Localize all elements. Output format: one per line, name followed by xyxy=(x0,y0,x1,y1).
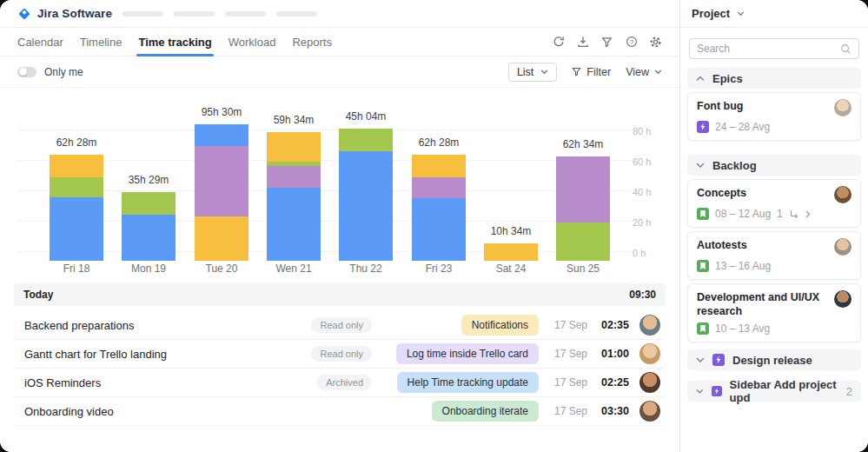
card-autotests[interactable]: Autotests13 – 16 Aug xyxy=(687,231,861,280)
avatar[interactable] xyxy=(834,238,851,256)
task-tag-chip[interactable]: Log time inside Trello card xyxy=(396,343,539,364)
top-header: Jira Software xyxy=(0,0,679,28)
task-logged-time: 03:30 xyxy=(591,405,629,417)
task-row-gantt-chart-for-trello-landing[interactable]: Gantt chart for Trello landingRead onlyL… xyxy=(14,340,666,369)
purple-segment xyxy=(267,166,321,188)
section-header-design-release[interactable]: Design release xyxy=(687,349,861,370)
chevron-up-icon xyxy=(696,76,705,82)
card-title: Font bug xyxy=(697,99,743,113)
card-font-bug[interactable]: Font bug24 – 28 Avg xyxy=(687,92,861,141)
chevron-down-icon xyxy=(696,163,705,169)
task-row-backend-preparations[interactable]: Backend preparationsRead onlyNotificatio… xyxy=(14,311,666,340)
green-segment xyxy=(50,177,103,197)
time-tracking-chart: 62h 28m35h 29m95h 30m59h 34m45h 04m62h 2… xyxy=(0,90,679,275)
tab-reports[interactable]: Reports xyxy=(292,36,332,49)
filter-button[interactable]: Filter xyxy=(572,66,611,78)
avatar[interactable] xyxy=(834,290,851,308)
avatar[interactable] xyxy=(639,372,660,393)
chevron-down-icon xyxy=(540,70,548,75)
task-tag-chip[interactable]: Help Time tracking update xyxy=(397,372,539,393)
chevron-down-icon xyxy=(696,389,704,395)
only-me-label: Only me xyxy=(44,66,83,78)
bar-tue-20[interactable] xyxy=(195,124,248,261)
blue-segment xyxy=(122,215,176,261)
filter-icon xyxy=(572,67,581,76)
bar-fri-23[interactable] xyxy=(412,155,466,261)
avatar[interactable] xyxy=(834,186,851,203)
epic-icon xyxy=(712,354,725,366)
task-status-badge: Read only xyxy=(311,317,372,333)
task-tag-chip[interactable]: Onboarding iterate xyxy=(432,401,539,422)
help-icon[interactable]: ? xyxy=(625,36,638,49)
avatar[interactable] xyxy=(834,99,851,116)
section-title: Epics xyxy=(712,72,743,85)
nav-placeholder xyxy=(276,11,317,17)
nav-placeholder xyxy=(225,11,266,17)
task-list: Backend preparationsRead onlyNotificatio… xyxy=(14,311,666,426)
task-status-badge: Read only xyxy=(311,346,372,362)
gridline xyxy=(17,160,631,161)
task-logged-time: 02:35 xyxy=(591,319,629,331)
download-icon[interactable] xyxy=(576,36,589,49)
view-dropdown[interactable]: View xyxy=(626,66,662,78)
blue-segment xyxy=(50,197,103,261)
gridline xyxy=(17,190,631,191)
avatar[interactable] xyxy=(639,315,660,336)
bar-mon-19[interactable] xyxy=(122,192,176,261)
section-header-sidebar-add-project-upd[interactable]: Sidebar Add project upd2 xyxy=(687,381,861,402)
bar-wen-21[interactable] xyxy=(267,132,321,261)
y-axis-tick: 20 h xyxy=(633,217,669,228)
card-dates: 10 – 13 Avg xyxy=(715,322,770,335)
subtask-icon xyxy=(789,209,799,219)
tabs: CalendarTimelineTime trackingWorkloadRep… xyxy=(17,36,348,49)
list-dropdown[interactable]: List xyxy=(508,63,557,82)
tab-workload[interactable]: Workload xyxy=(229,36,276,49)
section-header-epics[interactable]: Epics xyxy=(687,68,861,89)
task-tag-chip[interactable]: Notifications xyxy=(461,315,539,336)
only-me-toggle[interactable] xyxy=(17,67,36,77)
filter-icon[interactable] xyxy=(600,36,613,49)
avatar[interactable] xyxy=(639,401,660,422)
chevron-right-icon xyxy=(805,210,811,218)
section-count: 2 xyxy=(846,385,852,398)
green-segment xyxy=(556,223,610,261)
avatar[interactable] xyxy=(639,343,660,364)
today-total-time: 09:30 xyxy=(629,289,656,301)
project-dropdown-label: Project xyxy=(692,7,730,20)
bar-total-label: 10h 34m xyxy=(467,225,554,237)
refresh-icon[interactable] xyxy=(552,36,565,49)
task-row-ios-reminders[interactable]: iOS RemindersArchivedHelp Time tracking … xyxy=(14,369,666,397)
blue-segment xyxy=(412,198,466,261)
task-name: Backend preparations xyxy=(24,319,134,332)
card-concepts[interactable]: Concepts08 – 12 Aug1 xyxy=(687,179,861,228)
jira-logo: Jira Software xyxy=(17,7,112,21)
y-axis-tick: 40 h xyxy=(633,187,669,197)
gear-icon[interactable] xyxy=(649,36,662,49)
bar-fri-18[interactable] xyxy=(50,155,103,261)
svg-text:?: ? xyxy=(629,38,633,46)
search-icon xyxy=(840,43,851,55)
search-input[interactable] xyxy=(697,43,840,55)
task-logged-time: 02:25 xyxy=(591,376,629,389)
bar-thu-22[interactable] xyxy=(339,129,393,261)
chevron-down-icon xyxy=(737,11,745,17)
chevron-down-icon xyxy=(654,70,662,75)
project-dropdown[interactable]: Project xyxy=(680,0,868,28)
bar-sun-25[interactable] xyxy=(556,156,610,261)
task-name: Gantt chart for Trello landing xyxy=(24,348,167,361)
tab-calendar[interactable]: Calendar xyxy=(17,36,63,49)
chart-toolbar: Only me List Filter View xyxy=(0,56,679,88)
yellow-segment xyxy=(195,216,248,261)
tab-time-tracking[interactable]: Time tracking xyxy=(138,36,211,49)
green-segment xyxy=(122,192,176,215)
list-dropdown-label: List xyxy=(517,66,533,78)
bar-sat-24[interactable] xyxy=(484,243,538,261)
task-row-onboarding-video[interactable]: Onboarding videoOnboarding iterate17 Sep… xyxy=(14,397,666,426)
app-window: Jira Software CalendarTimelineTime track… xyxy=(0,0,868,452)
tab-timeline[interactable]: Timeline xyxy=(80,36,123,49)
card-development-and-ui-ux-research[interactable]: Development and UI/UX research10 – 13 Av… xyxy=(687,283,861,342)
sidebar-search xyxy=(689,38,859,59)
epic-icon xyxy=(712,385,722,397)
section-header-backlog[interactable]: Backlog xyxy=(687,155,861,176)
yellow-segment xyxy=(412,155,466,177)
